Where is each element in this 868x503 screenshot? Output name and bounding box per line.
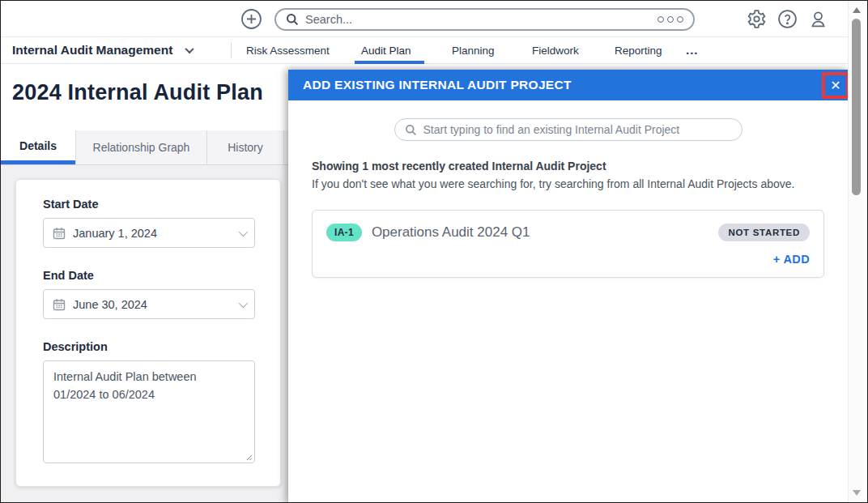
nav-tab-risk-assessment[interactable]: Risk Assessment (246, 37, 330, 63)
chevron-down-icon (239, 298, 248, 307)
project-id-badge: IA-1 (326, 224, 362, 241)
profile-button[interactable] (808, 9, 828, 29)
project-card-row: IA-1 Operations Audit 2024 Q1 NOT STARTE… (326, 224, 810, 241)
details-panel: Start Date January 1, 2024 End Date June… (15, 179, 281, 487)
active-nav-tab-underline (355, 61, 424, 64)
description-field: Internal Audit Plan between 01/2024 to 0… (43, 360, 255, 463)
add-existing-project-modal: ADD EXISTING INTERNAL AUDIT PROJECT ✕ Sh… (288, 70, 848, 503)
search-icon (405, 124, 417, 136)
nav-tab-reporting[interactable]: Reporting (615, 37, 662, 63)
start-date-value: January 1, 2024 (73, 227, 232, 240)
modal-title: ADD EXISTING INTERNAL AUDIT PROJECT (303, 78, 572, 92)
modal-header: ADD EXISTING INTERNAL AUDIT PROJECT ✕ (288, 70, 848, 100)
start-date-label: Start Date (43, 198, 269, 211)
results-heading: Showing 1 most recently created Internal… (312, 160, 824, 173)
global-search[interactable] (274, 8, 695, 31)
results-summary: Showing 1 most recently created Internal… (312, 160, 824, 190)
nav-tab-planning[interactable]: Planning (452, 37, 495, 63)
app-nav-bar: Internal Audit Management Risk Assessmen… (1, 37, 848, 64)
project-search[interactable] (394, 118, 742, 141)
app-window: Internal Audit Management Risk Assessmen… (0, 0, 868, 503)
plus-circle-icon (240, 8, 262, 30)
more-options-dots-icon[interactable] (657, 16, 683, 23)
search-icon (286, 13, 299, 26)
end-date-value: June 30, 2024 (73, 298, 232, 311)
end-date-label: End Date (43, 269, 269, 282)
status-badge: NOT STARTED (718, 224, 810, 241)
settings-button[interactable] (747, 9, 767, 29)
description-textarea[interactable]: Internal Audit Plan between 01/2024 to 0… (44, 361, 254, 463)
tab-history[interactable]: History (207, 130, 284, 164)
scrollbar-thumb[interactable] (852, 19, 861, 195)
scroll-up-arrow-icon[interactable] (853, 7, 861, 13)
gear-icon (747, 9, 767, 29)
project-name[interactable]: Operations Audit 2024 Q1 (372, 224, 530, 241)
page-title: 2024 Internal Audit Plan (12, 80, 263, 105)
tab-details[interactable]: Details (1, 130, 75, 164)
project-search-input[interactable] (423, 123, 732, 136)
vertical-scrollbar[interactable] (848, 1, 864, 502)
create-new-button[interactable] (240, 8, 262, 30)
chevron-down-icon (185, 45, 194, 53)
nav-divider (231, 42, 232, 58)
chevron-down-icon (239, 227, 248, 236)
nav-tab-audit-plan[interactable]: Audit Plan (361, 37, 411, 63)
close-button-highlight-annotation: ✕ (822, 72, 849, 99)
top-bar (1, 1, 848, 37)
resize-grip-icon[interactable] (245, 453, 253, 461)
app-switcher[interactable]: Internal Audit Management (12, 37, 193, 63)
project-card-actions: + ADD (326, 252, 810, 266)
app-title: Internal Audit Management (12, 43, 172, 58)
global-search-input[interactable] (305, 13, 651, 26)
results-hint: If you don't see what you were searching… (312, 177, 824, 190)
add-project-button[interactable]: + ADD (773, 253, 810, 266)
description-label: Description (43, 340, 269, 353)
scroll-down-arrow-icon[interactable] (853, 490, 861, 496)
calendar-icon (53, 227, 66, 240)
nav-tab-fieldwork[interactable]: Fieldwork (532, 37, 579, 63)
help-button[interactable] (777, 9, 798, 29)
project-result-card: IA-1 Operations Audit 2024 Q1 NOT STARTE… (312, 210, 824, 278)
nav-more-menu[interactable]: ... (686, 37, 699, 62)
profile-icon (808, 9, 828, 29)
help-icon (777, 9, 798, 29)
record-tab-strip: Details Relationship Graph History (1, 130, 289, 165)
start-date-field[interactable]: January 1, 2024 (43, 218, 255, 248)
calendar-icon (53, 298, 66, 311)
close-icon[interactable]: ✕ (830, 79, 840, 92)
tab-relationship-graph[interactable]: Relationship Graph (75, 130, 207, 164)
end-date-field[interactable]: June 30, 2024 (43, 289, 255, 319)
